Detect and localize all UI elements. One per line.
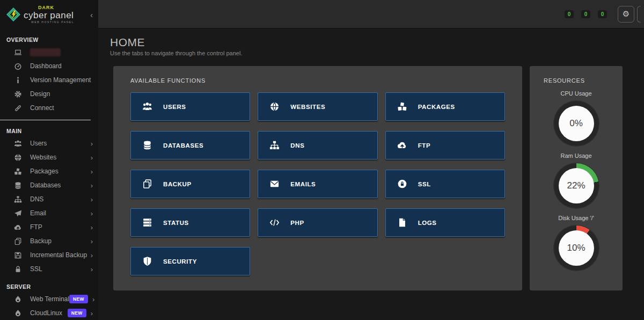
sidebar-item-label: Users [30,140,47,147]
topbar-edge-button[interactable] [637,6,641,23]
lockcircle-icon [397,179,408,190]
sidebar-item-label: Packages [30,168,58,175]
gauge-ring: 0% [554,101,599,146]
cloudup-icon [14,223,23,231]
envelope-icon [269,179,280,190]
sidebar-item-websites[interactable]: Websites› [0,150,98,164]
logo-row: DARK cyber panel WEB HOSTING PANEL ‹ [0,0,98,29]
sidebar-item-label: CloudLinux [30,309,62,317]
gauge-label: Disk Usage '/' [558,215,594,221]
function-button-label: EMAILS [290,181,316,187]
sitemap-icon [14,195,23,203]
count-badge[interactable]: 0 [565,10,574,18]
sidebar-collapse-icon[interactable]: ‹ [90,11,93,19]
sidebar-item-cloudlinux[interactable]: CloudLinuxNEW› [0,306,98,320]
gauge-ring: 10% [554,226,599,271]
new-badge: NEW [69,295,88,303]
database-icon [14,181,23,190]
settings-button[interactable]: ⚙ [618,6,634,23]
function-button-label: SECURITY [163,258,197,265]
brand-name-label: cyber panel [24,11,74,20]
function-button-label: PHP [290,220,304,226]
function-button-security[interactable]: SECURITY [130,247,250,275]
sidebar-item-label: Design [30,90,50,98]
function-button-label: DATABASES [163,142,203,149]
available-functions-header: AVAILABLE FUNCTIONS [130,77,505,84]
function-button-ssl[interactable]: SSL [385,170,505,198]
code-icon [269,217,280,228]
sidebar-item-dns[interactable]: DNS› [0,192,98,206]
sidebar: DARK cyber panel WEB HOSTING PANEL ‹ OVE… [0,0,98,320]
function-button-label: PACKAGES [418,104,455,110]
function-button-label: STATUS [163,220,189,226]
function-button-emails[interactable]: EMAILS [258,170,377,198]
brand-text: DARK cyber panel WEB HOSTING PANEL [24,5,74,24]
function-button-label: FTP [418,142,431,149]
sidebar-item-label: Databases [30,181,61,189]
laptop-icon [14,48,23,56]
sidebar-item-hostname[interactable] [0,45,91,59]
sidebar-item-design[interactable]: Design [0,87,91,101]
sidebar-item-backup[interactable]: Backup› [0,234,98,248]
function-button-status[interactable]: STATUS [130,208,250,237]
gear-icon [14,90,23,98]
sidebar-nav: OVERVIEWDashboardVersion ManagementDesig… [0,29,98,320]
cyberpanel-logo-icon [6,7,21,22]
sidebar-item-incremental-backup[interactable]: Incremental Backup› [0,248,98,262]
sidebar-item-dashboard[interactable]: Dashboard [0,59,91,73]
notification-badges: 000 [565,10,614,18]
link-icon [14,104,23,112]
sidebar-item-version-management[interactable]: Version Management [0,73,91,87]
gauge-label: CPU Usage [560,90,591,97]
globe-icon [269,101,280,112]
function-button-ftp[interactable]: FTP [385,131,505,159]
count-badge[interactable]: 0 [581,10,590,18]
count-badge[interactable]: 0 [598,10,607,18]
sidebar-item-label: DNS [30,195,43,203]
resources-header: RESOURCES [530,77,623,84]
gauge-ram-usage: Ram Usage22% [530,152,623,208]
function-button-dns[interactable]: DNS [258,131,377,159]
sidebar-item-web-terminal[interactable]: Web TerminalNEW› [0,292,98,306]
topbar: 000 ⚙ [98,0,644,28]
function-button-label: SSL [418,181,431,187]
available-functions-panel: AVAILABLE FUNCTIONS USERSWEBSITESPACKAGE… [113,66,522,290]
sidebar-section-title: MAIN [0,125,98,136]
sidebar-item-connect[interactable]: Connect [0,101,91,115]
function-button-php[interactable]: PHP [258,208,377,237]
function-button-label: WEBSITES [290,104,325,110]
function-button-users[interactable]: USERS [130,92,250,121]
function-button-label: USERS [163,104,186,110]
gauge-label: Ram Usage [560,152,591,159]
function-button-label: DNS [290,142,304,149]
gauge-disk-usage: Disk Usage '/'10% [530,215,623,271]
main-row: AVAILABLE FUNCTIONS USERSWEBSITESPACKAGE… [113,66,644,290]
sidebar-item-label: Dashboard [30,62,62,70]
users-icon [14,139,23,148]
sidebar-item-ssl[interactable]: SSL› [0,262,98,276]
sidebar-item-users[interactable]: Users› [0,136,98,150]
sidebar-item-packages[interactable]: Packages› [0,164,98,178]
sidebar-item-email[interactable]: Email› [0,206,98,220]
brand-tagline: WEB HOSTING PANEL [31,21,74,24]
sidebar-item-databases[interactable]: Databases› [0,178,98,192]
copy-icon [142,179,153,190]
sidebar-section-title: OVERVIEW [0,33,91,45]
function-button-databases[interactable]: DATABASES [130,131,250,159]
function-button-logs[interactable]: LOGS [385,208,505,237]
page-subtitle: Use the tabs to navigate through the con… [110,50,644,56]
page-title: HOME [110,36,644,49]
sidebar-item-ftp[interactable]: FTP› [0,220,98,234]
gear-icon: ⚙ [623,9,630,19]
function-button-packages[interactable]: PACKAGES [385,92,505,121]
function-button-websites[interactable]: WEBSITES [258,92,377,121]
cloudup-icon [397,140,408,151]
paperplane-icon [14,209,23,217]
function-button-backup[interactable]: BACKUP [130,170,250,198]
sitemap-icon [269,140,280,151]
chevron-right-icon: › [91,195,93,203]
chevron-right-icon: › [91,265,93,273]
cubes-icon [14,167,23,176]
chevron-right-icon: › [91,251,93,259]
gauge-ring: 22% [554,163,599,208]
